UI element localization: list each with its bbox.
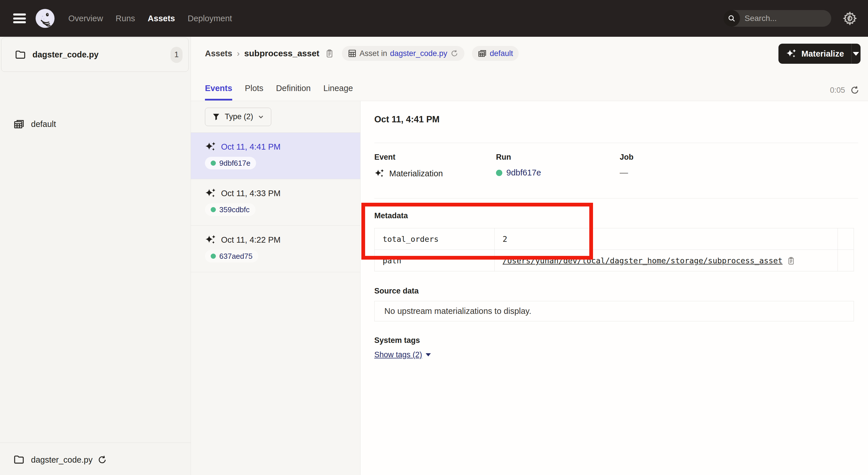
asset-group-icon [13,118,25,130]
metadata-action-cell [838,228,854,250]
sidebar-footer-code-location[interactable]: dagster_code.py [0,450,191,469]
settings-gear-icon[interactable] [842,11,857,26]
metadata-action-cell [838,250,854,271]
event-column-label: Event [374,153,496,162]
copy-path-icon[interactable] [786,256,796,265]
asset-count-badge: 1 [170,47,183,63]
event-summary-row: Event Materialization Run 9dbf617e Job — [374,153,633,179]
materialize-button[interactable]: Materialize [778,43,861,64]
tab-plots[interactable]: Plots [245,84,263,100]
event-list-item[interactable]: Oct 11, 4:33 PM 359cdbfc [191,179,360,226]
nav-item-runs[interactable]: Runs [116,14,135,23]
breadcrumb-assets-link[interactable]: Assets [205,49,232,58]
top-navbar: Overview Runs Assets Deployment / [0,0,868,37]
search-input[interactable] [740,14,848,23]
run-column-label: Run [496,153,620,162]
asset-group-badge: default [472,46,519,61]
search-icon [723,10,740,27]
sidebar-footer-label: dagster_code.py [31,455,92,465]
dagster-logo[interactable] [36,9,55,28]
event-detail-heading: Oct 11, 4:41 PM [374,114,439,125]
run-id-link[interactable]: 9dbf617e [506,168,541,177]
run-id-pill[interactable]: 9dbf617e [205,157,256,170]
run-status-dot [496,170,502,176]
materialize-dropdown-caret[interactable] [851,52,861,56]
filter-funnel-icon [212,112,221,121]
sidebar-divider [0,443,191,443]
asset-location-badge: Asset in dagster_code.py [342,46,465,61]
job-empty-value: — [620,168,628,177]
group-link[interactable]: default [490,49,513,58]
tab-lineage[interactable]: Lineage [323,84,353,100]
event-date: Oct 11, 4:41 PM [221,142,280,152]
divider [374,198,858,199]
tab-events[interactable]: Events [205,84,232,100]
event-filter-row: Type (2) [191,101,360,133]
global-search[interactable]: / [723,10,831,27]
run-id-pill[interactable]: 637aed75 [205,250,258,263]
materialization-sparkle-icon [374,168,385,179]
code-location-sidebar: dagster_code.py 1 default dagster_code.p… [0,37,191,475]
refresh-icon[interactable] [849,85,860,95]
copy-asset-name-icon[interactable] [324,49,334,58]
folder-icon [14,49,26,61]
materialize-label: Materialize [801,49,844,59]
job-column-label: Job [620,153,633,162]
chevron-down-icon [257,113,265,121]
sidebar-item-label: default [31,119,56,129]
reload-location-icon[interactable] [97,455,107,465]
sidebar-item-default-group[interactable]: default [0,115,191,133]
type-filter-label: Type (2) [225,112,253,121]
page-title: subprocess_asset [244,49,319,58]
metadata-key-cell: total_orders [375,228,495,250]
source-data-title: Source data [374,287,419,296]
event-type-value: Materialization [389,169,443,178]
run-id-pill[interactable]: 359cdbfc [205,203,255,216]
metadata-table: total_orders 2 path /Users/yuhan/dev/loc… [374,228,854,271]
materialization-sparkle-icon [205,234,217,246]
reload-definitions-icon[interactable] [450,49,459,58]
run-status-dot [211,207,216,212]
divider [374,143,858,143]
breadcrumb: Assets › subprocess_asset Asset in dagst… [205,46,519,61]
asset-grid-icon [348,49,357,58]
octopus-icon [36,9,55,28]
metadata-section-title: Metadata [374,211,408,220]
caret-down-icon [426,353,431,356]
event-date: Oct 11, 4:33 PM [221,189,280,198]
sidebar-item-code-location[interactable]: dagster_code.py 1 [1,38,189,72]
refresh-timer: 0:05 [830,85,860,95]
run-id: 637aed75 [219,252,253,261]
primary-nav: Overview Runs Assets Deployment [68,14,232,23]
metadata-value-cell: 2 [495,228,838,250]
run-status-dot [211,254,216,259]
nav-item-overview[interactable]: Overview [68,14,103,23]
source-data-empty-text: No upstream materializations to display. [384,306,531,316]
storage-path-link[interactable]: /Users/yuhan/dev/local/dagster_home/stor… [503,256,782,265]
type-filter-button[interactable]: Type (2) [205,108,271,126]
event-list-item[interactable]: Oct 11, 4:22 PM 637aed75 [191,226,360,272]
event-list-panel: Type (2) Oct 11, 4:41 PM 9dbf617e [191,101,361,475]
system-tags-title: System tags [374,336,420,345]
event-detail-panel: Oct 11, 4:41 PM Event Materialization Ru… [361,101,868,475]
sidebar-item-label: dagster_code.py [32,50,98,59]
badge-prefix: Asset in [360,49,387,58]
event-list-item[interactable]: Oct 11, 4:41 PM 9dbf617e [191,133,360,179]
source-data-empty-box: No upstream materializations to display. [374,301,854,321]
event-date: Oct 11, 4:22 PM [221,235,280,245]
metadata-value-cell: /Users/yuhan/dev/local/dagster_home/stor… [495,250,838,271]
show-tags-toggle[interactable]: Show tags (2) [374,350,431,359]
nav-item-deployment[interactable]: Deployment [188,14,232,23]
asset-header: Assets › subprocess_asset Asset in dagst… [191,37,868,101]
code-location-link[interactable]: dagster_code.py [390,49,447,58]
timer-value: 0:05 [830,86,845,95]
tab-definition[interactable]: Definition [276,84,311,100]
run-id: 359cdbfc [219,205,250,214]
nav-item-assets[interactable]: Assets [148,14,175,23]
breadcrumb-separator: › [237,49,240,58]
hamburger-menu-icon[interactable] [13,13,26,23]
folder-icon [13,454,25,466]
materialize-sparkle-icon [786,48,797,59]
group-grid-icon [477,49,487,58]
metadata-key-cell: path [375,250,495,271]
